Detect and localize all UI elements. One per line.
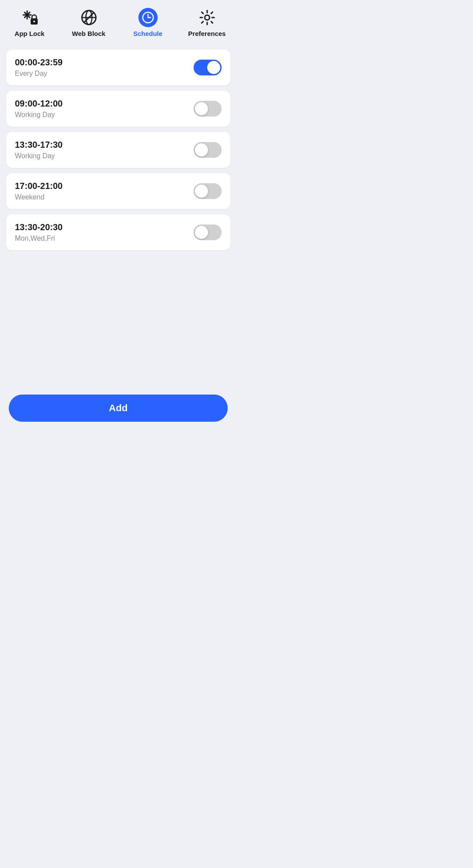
schedule-item-1[interactable]: 00:00-23:59 Every Day	[6, 50, 230, 85]
schedule-item-2[interactable]: 09:00-12:00 Working Day	[6, 91, 230, 127]
tab-schedule[interactable]: Schedule	[118, 8, 177, 37]
schedule-item-3[interactable]: 13:30-17:30 Working Day	[6, 132, 230, 168]
schedule-list: 00:00-23:59 Every Day 09:00-12:00 Workin…	[0, 43, 236, 388]
schedule-time-5: 13:30-20:30	[15, 222, 63, 232]
schedule-days-1: Every Day	[15, 70, 63, 78]
preferences-icon	[198, 8, 217, 27]
tab-schedule-label: Schedule	[133, 30, 162, 37]
schedule-info-3: 13:30-17:30 Working Day	[15, 140, 63, 160]
add-button-wrapper: Add	[0, 388, 236, 434]
tab-app-lock-label: App Lock	[14, 30, 44, 37]
schedule-days-2: Working Day	[15, 111, 63, 119]
add-button[interactable]: Add	[9, 395, 228, 422]
schedule-time-2: 09:00-12:00	[15, 99, 63, 109]
svg-point-13	[205, 15, 209, 20]
schedule-info-5: 13:30-20:30 Mon,Wed,Fri	[15, 222, 63, 242]
toggle-thumb-1	[207, 61, 220, 74]
toggle-3[interactable]	[194, 142, 222, 158]
toggle-thumb-5	[195, 226, 208, 239]
toggle-thumb-3	[195, 143, 208, 157]
app-lock-icon	[20, 8, 39, 27]
toggle-5[interactable]	[194, 224, 222, 240]
web-block-icon	[79, 8, 99, 27]
tab-web-block-label: Web Block	[72, 30, 105, 37]
schedule-icon	[138, 8, 158, 27]
tab-preferences[interactable]: Preferences	[177, 8, 236, 37]
tab-preferences-label: Preferences	[188, 30, 226, 37]
schedule-time-4: 17:00-21:00	[15, 181, 63, 191]
schedule-days-5: Mon,Wed,Fri	[15, 235, 63, 242]
tab-web-block[interactable]: Web Block	[59, 8, 118, 37]
schedule-days-3: Working Day	[15, 152, 63, 160]
tab-bar: App Lock Web Block	[0, 0, 236, 43]
toggle-4[interactable]	[194, 183, 222, 199]
schedule-item-5[interactable]: 13:30-20:30 Mon,Wed,Fri	[6, 214, 230, 250]
schedule-time-1: 00:00-23:59	[15, 57, 63, 68]
schedule-time-3: 13:30-17:30	[15, 140, 63, 150]
toggle-thumb-2	[195, 102, 208, 115]
toggle-1[interactable]	[194, 60, 222, 75]
schedule-info-4: 17:00-21:00 Weekend	[15, 181, 63, 201]
tab-app-lock[interactable]: App Lock	[0, 8, 59, 37]
schedule-item-4[interactable]: 17:00-21:00 Weekend	[6, 173, 230, 209]
schedule-info-2: 09:00-12:00 Working Day	[15, 99, 63, 119]
schedule-days-4: Weekend	[15, 193, 63, 201]
toggle-2[interactable]	[194, 101, 222, 117]
svg-point-5	[33, 21, 35, 22]
schedule-info-1: 00:00-23:59 Every Day	[15, 57, 63, 78]
toggle-thumb-4	[195, 185, 208, 198]
